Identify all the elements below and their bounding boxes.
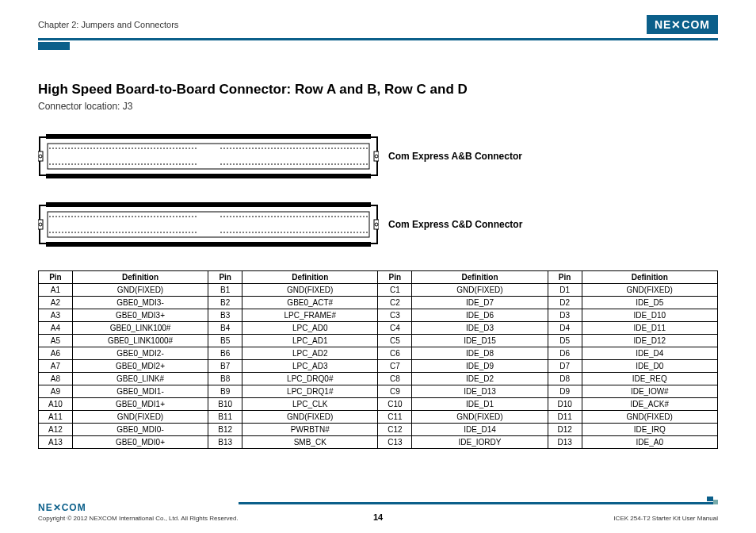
- pin-cell: B11: [208, 411, 242, 424]
- table-row: A8GBE0_LINK#B8LPC_DRQ0#C8IDE_D2D8IDE_REQ: [39, 373, 718, 385]
- svg-rect-13: [46, 202, 371, 207]
- definition-cell: IDE_D10: [582, 309, 717, 322]
- pin-cell: D5: [548, 335, 582, 347]
- svg-rect-19: [48, 212, 369, 237]
- pin-cell: B2: [208, 297, 242, 309]
- definition-cell: IDE_REQ: [582, 373, 717, 385]
- pin-table-header-cell: Pin: [39, 271, 73, 284]
- definition-cell: GBE0_LINK1000#: [72, 335, 208, 347]
- pin-table-header-cell: Pin: [378, 271, 412, 284]
- pin-cell: D11: [548, 411, 582, 424]
- table-row: A13GBE0_MDI0+B13SMB_CKC13IDE_IORDYD13IDE…: [39, 436, 718, 449]
- pin-cell: C8: [378, 373, 412, 385]
- table-row: A7GBE0_MDI2+B7LPC_AD3C7IDE_D9D7IDE_D0: [39, 360, 718, 373]
- connector-row-cd: Com Express C&D Connector: [38, 202, 718, 247]
- header-rule: [38, 38, 718, 40]
- accent-bar: [38, 42, 70, 50]
- pin-cell: D13: [548, 436, 582, 449]
- pin-cell: B4: [208, 322, 242, 335]
- svg-rect-7: [48, 144, 369, 169]
- pin-cell: A11: [39, 411, 73, 424]
- pin-table-header-cell: Definition: [72, 271, 208, 284]
- definition-cell: GBE0_MDI0+: [72, 436, 208, 449]
- logo-nexcom: NE✕COM: [647, 15, 718, 34]
- pin-cell: C3: [378, 309, 412, 322]
- definition-cell: GND(FIXED): [242, 284, 378, 297]
- definition-cell: GND(FIXED): [72, 411, 208, 424]
- table-row: A4GBE0_LINK100#B4LPC_AD0C4IDE_D3D4IDE_D1…: [39, 322, 718, 335]
- pin-cell: B1: [208, 284, 242, 297]
- definition-cell: LPC_AD1: [242, 335, 378, 347]
- connector-cd-label: Com Express C&D Connector: [388, 219, 522, 230]
- definition-cell: IDE_D7: [412, 297, 548, 309]
- definition-cell: IDE_D8: [412, 347, 548, 360]
- definition-cell: IDE_D5: [582, 297, 717, 309]
- pin-table-header-cell: Definition: [412, 271, 548, 284]
- pin-cell: A12: [39, 424, 73, 436]
- pin-cell: A10: [39, 398, 73, 411]
- logo-text: NE✕COM: [655, 18, 710, 31]
- pin-cell: D12: [548, 424, 582, 436]
- definition-cell: GBE0_LINK#: [72, 373, 208, 385]
- definition-cell: IDE_D12: [582, 335, 717, 347]
- table-row: A11GND(FIXED)B11GND(FIXED)C11GND(FIXED)D…: [39, 411, 718, 424]
- svg-rect-12: [40, 205, 377, 243]
- pin-cell: B5: [208, 335, 242, 347]
- pin-cell: A3: [39, 309, 73, 322]
- pin-cell: B9: [208, 385, 242, 398]
- definition-cell: IDE_IORDY: [412, 436, 548, 449]
- page-number: 14: [373, 512, 383, 522]
- pin-cell: C9: [378, 385, 412, 398]
- definition-cell: GND(FIXED): [582, 284, 717, 297]
- pin-cell: D8: [548, 373, 582, 385]
- connector-cd-icon: [38, 202, 379, 247]
- svg-rect-1: [46, 134, 371, 139]
- pin-cell: B12: [208, 424, 242, 436]
- connector-diagrams: Com Express A&B Connector Com Express C&…: [38, 134, 718, 247]
- definition-cell: IDE_IOW#: [582, 385, 717, 398]
- page-header: Chapter 2: Jumpers and Connectors NE✕COM: [38, 14, 718, 35]
- definition-cell: LPC_FRAME#: [242, 309, 378, 322]
- definition-cell: IDE_D14: [412, 424, 548, 436]
- pin-cell: C7: [378, 360, 412, 373]
- pin-cell: D10: [548, 398, 582, 411]
- pin-cell: C12: [378, 424, 412, 436]
- pin-cell: A1: [39, 284, 73, 297]
- definition-cell: LPC_DRQ0#: [242, 373, 378, 385]
- definition-cell: GBE0_MDI0-: [72, 424, 208, 436]
- definition-cell: PWRBTN#: [242, 424, 378, 436]
- pin-cell: A5: [39, 335, 73, 347]
- definition-cell: GND(FIXED): [242, 411, 378, 424]
- copyright-text: Copyright © 2012 NEXCOM International Co…: [38, 515, 239, 522]
- chapter-label: Chapter 2: Jumpers and Connectors: [38, 20, 178, 29]
- pin-table-header-cell: Pin: [548, 271, 582, 284]
- pin-cell: C13: [378, 436, 412, 449]
- definition-cell: GND(FIXED): [412, 284, 548, 297]
- table-row: A2GBE0_MDI3-B2GBE0_ACT#C2IDE_D7D2IDE_D5: [39, 297, 718, 309]
- definition-cell: IDE_D13: [412, 385, 548, 398]
- table-row: A9GBE0_MDI1-B9LPC_DRQ1#C9IDE_D13D9IDE_IO…: [39, 385, 718, 398]
- pin-table-header-row: PinDefinitionPinDefinitionPinDefinitionP…: [39, 271, 718, 284]
- definition-cell: LPC_CLK: [242, 398, 378, 411]
- pin-cell: A2: [39, 297, 73, 309]
- pin-cell: D1: [548, 284, 582, 297]
- pin-cell: D7: [548, 360, 582, 373]
- definition-cell: IDE_D1: [412, 398, 548, 411]
- definition-cell: GBE0_MDI1+: [72, 398, 208, 411]
- title-block: High Speed Board-to-Board Connector: Row…: [38, 82, 718, 112]
- pin-cell: B6: [208, 347, 242, 360]
- pin-cell: C5: [378, 335, 412, 347]
- definition-cell: GND(FIXED): [412, 411, 548, 424]
- definition-cell: IDE_A0: [582, 436, 717, 449]
- definition-cell: GBE0_MDI2+: [72, 360, 208, 373]
- pin-cell: A6: [39, 347, 73, 360]
- definition-cell: GBE0_MDI2-: [72, 347, 208, 360]
- pin-cell: D2: [548, 297, 582, 309]
- table-row: A5GBE0_LINK1000#B5LPC_AD1C5IDE_D15D5IDE_…: [39, 335, 718, 347]
- svg-rect-0: [40, 137, 377, 175]
- definition-cell: GBE0_MDI3-: [72, 297, 208, 309]
- footer-left: NE✕COM Copyright © 2012 NEXCOM Internati…: [38, 502, 239, 522]
- definition-cell: LPC_DRQ1#: [242, 385, 378, 398]
- connector-row-ab: Com Express A&B Connector: [38, 134, 718, 178]
- doc-name: ICEK 254-T2 Starter Kit User Manual: [613, 515, 718, 522]
